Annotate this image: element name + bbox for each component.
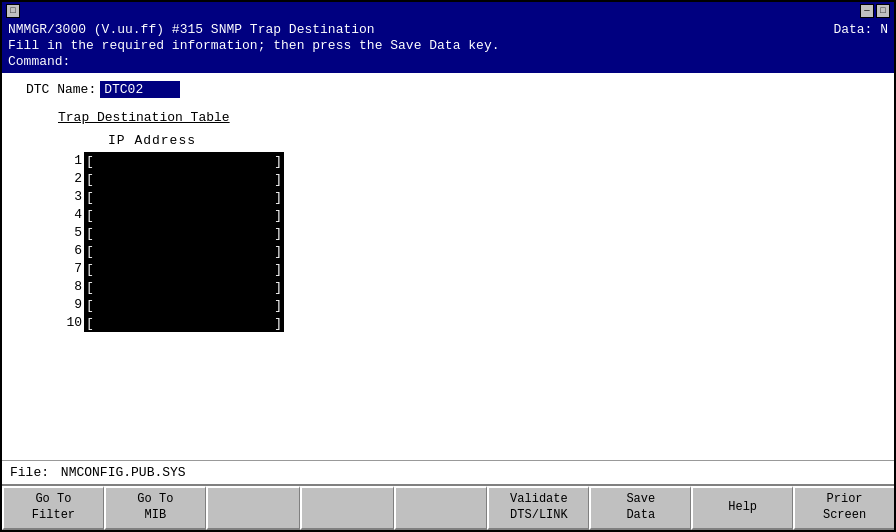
validate-dts-link-button[interactable]: ValidateDTS/LINK — [487, 486, 589, 530]
bracket-left-1: [ — [86, 154, 94, 169]
bracket-right-9: ] — [274, 298, 282, 313]
header-line1: NMMGR/3000 (V.uu.ff) #315 SNMP Trap Dest… — [8, 22, 888, 37]
ip-row-3[interactable]: [] — [84, 188, 284, 206]
empty2-button — [300, 486, 394, 530]
bracket-right-10: ] — [274, 316, 282, 331]
row-number-8: 8 — [58, 278, 82, 296]
trap-destination-table-section: Trap Destination Table IP Address 123456… — [58, 110, 878, 332]
bracket-left-8: [ — [86, 280, 94, 295]
header-area: NMMGR/3000 (V.uu.ff) #315 SNMP Trap Dest… — [2, 20, 894, 73]
ip-row-7[interactable]: [] — [84, 260, 284, 278]
ip-row-2[interactable]: [] — [84, 170, 284, 188]
maximize-button[interactable]: □ — [876, 4, 890, 18]
bracket-left-6: [ — [86, 244, 94, 259]
title-bar-controls: ─ □ — [860, 4, 890, 18]
file-label: File: — [10, 465, 49, 480]
go-to-mib-button[interactable]: Go ToMIB — [104, 486, 206, 530]
app-title: NMMGR/3000 (V.uu.ff) #315 SNMP Trap Dest… — [8, 22, 375, 37]
bracket-right-8: ] — [274, 280, 282, 295]
trap-table-title: Trap Destination Table — [58, 110, 878, 125]
ip-row-9[interactable]: [] — [84, 296, 284, 314]
go-to-filter-button[interactable]: Go ToFilter — [2, 486, 104, 530]
row-number-1: 1 — [58, 152, 82, 170]
row-number-4: 4 — [58, 206, 82, 224]
bracket-left-4: [ — [86, 208, 94, 223]
empty1-button — [206, 486, 300, 530]
help-button[interactable]: Help — [691, 486, 793, 530]
row-number-7: 7 — [58, 260, 82, 278]
dtc-name-value[interactable]: DTC02 — [100, 81, 180, 98]
bracket-left-3: [ — [86, 190, 94, 205]
save-data-button[interactable]: SaveData — [589, 486, 691, 530]
title-bar-left: □ — [6, 4, 20, 18]
ip-row-10[interactable]: [] — [84, 314, 284, 332]
main-content: DTC Name: DTC02 Trap Destination Table I… — [2, 73, 894, 460]
ip-row-8[interactable]: [] — [84, 278, 284, 296]
row-number-6: 6 — [58, 242, 82, 260]
main-window: □ ─ □ NMMGR/3000 (V.uu.ff) #315 SNMP Tra… — [0, 0, 896, 532]
row-number-3: 3 — [58, 188, 82, 206]
row-number-9: 9 — [58, 296, 82, 314]
row-number-10: 10 — [58, 314, 82, 332]
title-bar: □ ─ □ — [2, 2, 894, 20]
bracket-left-7: [ — [86, 262, 94, 277]
bracket-right-7: ] — [274, 262, 282, 277]
empty3-button — [394, 486, 488, 530]
bracket-left-2: [ — [86, 172, 94, 187]
ip-row-6[interactable]: [] — [84, 242, 284, 260]
prior-screen-button[interactable]: PriorScreen — [793, 486, 894, 530]
header-command: Command: — [8, 54, 888, 69]
header-instruction: Fill in the required information; then p… — [8, 38, 888, 53]
bracket-right-1: ] — [274, 154, 282, 169]
ip-row-1[interactable]: [] — [84, 152, 284, 170]
bracket-right-5: ] — [274, 226, 282, 241]
bracket-right-2: ] — [274, 172, 282, 187]
bracket-right-6: ] — [274, 244, 282, 259]
bracket-right-3: ] — [274, 190, 282, 205]
row-number-column: 12345678910 — [58, 152, 82, 332]
row-number-5: 5 — [58, 224, 82, 242]
bracket-right-4: ] — [274, 208, 282, 223]
bracket-left-9: [ — [86, 298, 94, 313]
dtc-name-label: DTC Name: — [26, 82, 96, 97]
file-value: NMCONFIG.PUB.SYS — [61, 465, 186, 480]
window-system-icon[interactable]: □ — [6, 4, 20, 18]
ip-address-table: 12345678910 [][][][][][][][][][] — [58, 152, 878, 332]
dtc-name-row: DTC Name: DTC02 — [26, 81, 878, 98]
minimize-button[interactable]: ─ — [860, 4, 874, 18]
data-status: Data: N — [833, 22, 888, 37]
bottom-toolbar: Go ToFilterGo ToMIBValidateDTS/LINKSaveD… — [2, 484, 894, 530]
ip-row-5[interactable]: [] — [84, 224, 284, 242]
row-number-2: 2 — [58, 170, 82, 188]
ip-input-fields: [][][][][][][][][][] — [84, 152, 284, 332]
file-bar: File: NMCONFIG.PUB.SYS — [2, 460, 894, 484]
ip-address-column-header: IP Address — [108, 133, 878, 148]
ip-row-4[interactable]: [] — [84, 206, 284, 224]
bracket-left-5: [ — [86, 226, 94, 241]
bracket-left-10: [ — [86, 316, 94, 331]
